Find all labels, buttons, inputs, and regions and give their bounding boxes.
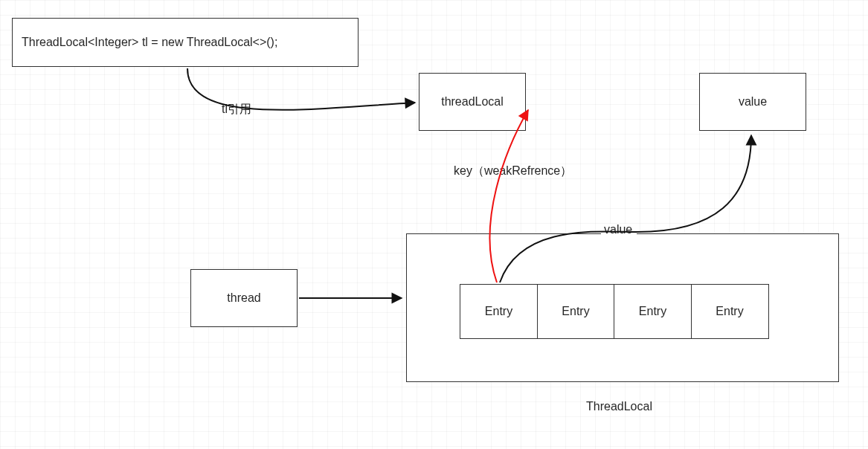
threadlocalmap-caption-text: ThreadLocal <box>586 400 652 413</box>
entry-cell-label: Entry <box>716 305 743 318</box>
threadlocalmap-caption: ThreadLocal <box>586 400 652 413</box>
key-weakref-label: key（weakRefrence） <box>454 164 572 179</box>
tl-reference-label: tl引用 <box>222 102 251 117</box>
threadlocal-object-box: threadLocal <box>419 73 526 131</box>
thread-box-label: thread <box>227 291 260 305</box>
edge-value-part2 <box>637 135 751 232</box>
key-weakref-label-text: key（weakRefrence） <box>454 164 572 177</box>
tl-reference-label-text: tl引用 <box>222 103 251 115</box>
entry-array: Entry Entry Entry Entry <box>460 284 769 339</box>
value-object-box: value <box>699 73 806 131</box>
value-edge-label-text: value <box>604 223 632 236</box>
code-declaration-box: ThreadLocal<Integer> tl = new ThreadLoca… <box>12 18 359 67</box>
entry-cell-label: Entry <box>562 305 589 318</box>
entry-cell: Entry <box>460 284 538 339</box>
entry-cell: Entry <box>691 284 769 339</box>
value-object-label: value <box>739 95 767 109</box>
thread-box: thread <box>190 269 298 327</box>
threadlocal-object-label: threadLocal <box>441 95 504 109</box>
entry-cell: Entry <box>537 284 615 339</box>
value-edge-label: value <box>604 223 632 236</box>
entry-cell: Entry <box>614 284 692 339</box>
code-declaration-text: ThreadLocal<Integer> tl = new ThreadLoca… <box>22 36 277 49</box>
entry-cell-label: Entry <box>485 305 512 318</box>
entry-cell-label: Entry <box>639 305 666 318</box>
